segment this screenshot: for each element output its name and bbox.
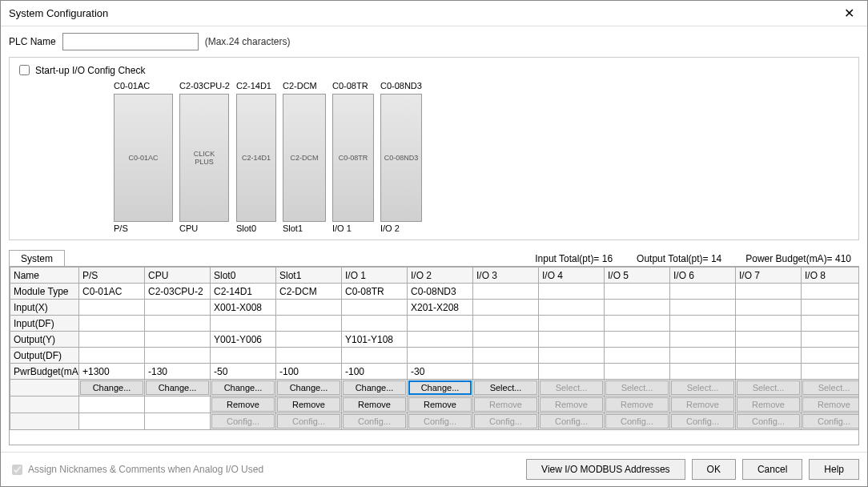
startup-config-group: Start-up I/O Config Check C0-01AC C0-01A… xyxy=(9,57,859,240)
module-ps: C0-01AC C0-01AC P/S xyxy=(114,81,173,233)
change-button[interactable]: Change... xyxy=(343,380,406,395)
module-image-cpu[interactable]: CLICKPLUS xyxy=(179,94,229,222)
config-button: Config... xyxy=(540,414,603,429)
table-cell xyxy=(473,316,539,332)
remove-button[interactable]: Remove xyxy=(343,397,406,412)
remove-button[interactable]: Remove xyxy=(211,397,275,412)
table-cell: Remove xyxy=(211,396,276,413)
plc-name-hint: (Max.24 characters) xyxy=(205,36,291,47)
module-header: C0-08TR xyxy=(332,81,368,92)
table-cell xyxy=(539,332,605,348)
table-cell xyxy=(802,348,860,364)
config-button: Config... xyxy=(474,414,537,429)
remove-button: Remove xyxy=(737,397,800,412)
config-button: Config... xyxy=(211,414,275,429)
table-cell xyxy=(473,300,539,316)
config-table: Name P/S CPU Slot0 Slot1 I/O 1 I/O 2 I/O… xyxy=(10,267,859,430)
table-cell xyxy=(670,332,736,348)
table-cell xyxy=(736,300,802,316)
table-cell: Select... xyxy=(736,380,802,396)
th-ps: P/S xyxy=(79,268,145,284)
footer-right: View I/O MODBUS Addresses OK Cancel Help xyxy=(526,459,859,480)
select-button[interactable]: Select... xyxy=(474,380,537,395)
module-image-io2[interactable]: C0-08ND3 xyxy=(380,94,422,222)
table-cell: -50 xyxy=(211,364,276,380)
module-image-slot1[interactable]: C2-DCM xyxy=(283,94,326,222)
startup-check-checkbox[interactable] xyxy=(19,65,30,75)
module-slot1: C2-DCM C2-DCM Slot1 xyxy=(283,81,326,233)
system-config-dialog: System Configuration ✕ PLC Name (Max.24 … xyxy=(0,0,868,487)
table-cell: Select... xyxy=(605,380,670,396)
table-cell: Change... xyxy=(79,380,145,396)
table-cell: C2-DCM xyxy=(276,284,342,300)
config-button: Config... xyxy=(671,414,734,429)
table-cell xyxy=(539,316,605,332)
table-cell xyxy=(670,348,736,364)
ok-button[interactable]: OK xyxy=(692,459,736,480)
module-io2: C0-08ND3 C0-08ND3 I/O 2 xyxy=(380,81,422,233)
table-row: Input(X)X001-X008X201-X208 xyxy=(10,300,860,316)
change-button[interactable]: Change... xyxy=(211,380,275,395)
th-io5: I/O 5 xyxy=(605,268,670,284)
table-cell: Select... xyxy=(539,380,605,396)
select-button: Select... xyxy=(737,380,800,395)
module-image-io1[interactable]: C0-08TR xyxy=(332,94,374,222)
titlebar: System Configuration ✕ xyxy=(1,1,867,26)
table-cell xyxy=(605,284,670,300)
module-io1: C0-08TR C0-08TR I/O 1 xyxy=(332,81,374,233)
view-modbus-button[interactable]: View I/O MODBUS Addresses xyxy=(526,459,685,480)
module-footer: I/O 1 xyxy=(332,223,352,233)
change-button[interactable]: Change... xyxy=(146,380,209,395)
table-cell xyxy=(539,284,605,300)
table-cell: Change... xyxy=(408,380,473,396)
change-button[interactable]: Change... xyxy=(277,380,340,395)
table-cell xyxy=(670,364,736,380)
table-row: Output(DF) xyxy=(10,348,860,364)
help-button[interactable]: Help xyxy=(809,459,859,480)
change-button[interactable]: Change... xyxy=(408,380,472,395)
th-io7: I/O 7 xyxy=(736,268,802,284)
table-cell xyxy=(473,348,539,364)
tab-system[interactable]: System xyxy=(9,250,65,267)
table-cell: Remove xyxy=(408,396,473,413)
remove-button: Remove xyxy=(474,397,537,412)
remove-button[interactable]: Remove xyxy=(277,397,340,412)
table-cell xyxy=(408,348,473,364)
close-icon[interactable]: ✕ xyxy=(839,6,859,21)
table-cell xyxy=(736,316,802,332)
table-cell: Remove xyxy=(276,396,342,413)
table-cell: Remove xyxy=(473,396,539,413)
config-button: Config... xyxy=(408,414,472,429)
th-io4: I/O 4 xyxy=(539,268,605,284)
table-cell xyxy=(670,316,736,332)
table-cell xyxy=(539,364,605,380)
module-footer: Slot1 xyxy=(283,223,303,233)
table-cell xyxy=(408,316,473,332)
plc-name-row: PLC Name (Max.24 characters) xyxy=(9,33,859,50)
row-name: Output(Y) xyxy=(10,332,79,348)
table-cell xyxy=(276,300,342,316)
plc-name-input[interactable] xyxy=(62,33,199,50)
th-name: Name xyxy=(10,268,79,284)
table-cell xyxy=(473,284,539,300)
select-button: Select... xyxy=(671,380,734,395)
cancel-button[interactable]: Cancel xyxy=(742,459,802,480)
table-cell: Select... xyxy=(670,380,736,396)
select-button: Select... xyxy=(605,380,669,395)
module-image-ps[interactable]: C0-01AC xyxy=(114,94,173,222)
remove-button[interactable]: Remove xyxy=(408,397,472,412)
table-cell: Config... xyxy=(802,413,860,430)
module-image-slot0[interactable]: C2-14D1 xyxy=(236,94,276,222)
table-cell: C2-14D1 xyxy=(211,284,276,300)
row-name xyxy=(10,396,79,413)
change-button[interactable]: Change... xyxy=(80,380,143,395)
table-cell xyxy=(736,364,802,380)
table-cell: C2-03CPU-2 xyxy=(145,284,211,300)
table-header-row: Name P/S CPU Slot0 Slot1 I/O 1 I/O 2 I/O… xyxy=(10,268,860,284)
config-button: Config... xyxy=(737,414,800,429)
table-cell xyxy=(736,284,802,300)
table-row: PwrBudget(mA)+1300-130-50-100-100-30 xyxy=(10,364,860,380)
table-cell: Config... xyxy=(276,413,342,430)
table-cell xyxy=(145,316,211,332)
remove-button: Remove xyxy=(540,397,603,412)
